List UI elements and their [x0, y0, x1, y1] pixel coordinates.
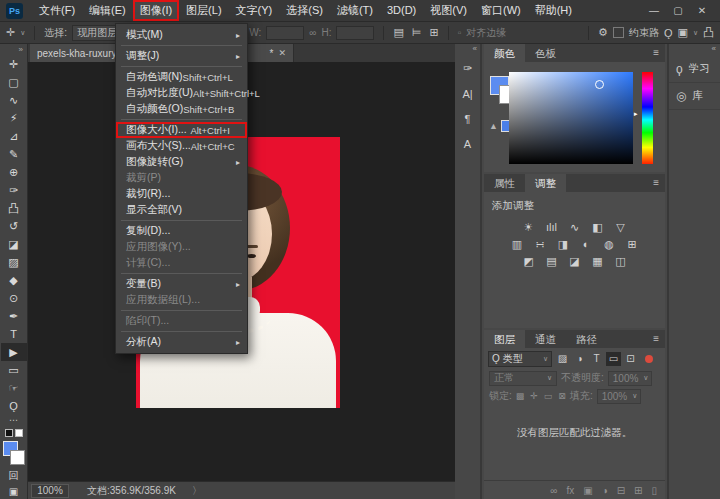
- adjustment-layer-icon[interactable]: ◑: [602, 485, 608, 496]
- hue-saturation-icon[interactable]: ▥: [509, 237, 525, 251]
- menu-item[interactable]: 自动对比度(U) Alt+Shift+Ctrl+L: [116, 85, 247, 101]
- search-icon[interactable]: Ǫ: [664, 27, 673, 39]
- screen-mode-button[interactable]: ▣: [1, 483, 27, 499]
- menu-file[interactable]: 文件(F): [32, 0, 82, 21]
- filter-smart-objects-icon[interactable]: ⊡: [623, 352, 638, 366]
- color-lookup-icon[interactable]: ⊞: [624, 237, 640, 251]
- menu-item[interactable]: 显示全部(V): [116, 202, 247, 218]
- menu-item[interactable]: 调整(J) ▸: [116, 48, 247, 64]
- pen-tool[interactable]: ✒: [1, 307, 27, 325]
- collapse-panels-icon[interactable]: «: [669, 44, 720, 56]
- tab-adjustments[interactable]: 调整: [525, 174, 566, 192]
- lock-artboard-icon[interactable]: ▭: [544, 391, 553, 401]
- menu-item[interactable]: 变量(B) ▸: [116, 276, 247, 292]
- default-colors-icon[interactable]: [5, 428, 23, 439]
- menu-item[interactable]: 画布大小(S)... Alt+Ctrl+C: [116, 138, 247, 154]
- menu-item[interactable]: 计算(C)...: [116, 255, 247, 271]
- menu-item[interactable]: 裁剪(P): [116, 170, 247, 186]
- zoom-level-field[interactable]: 100%: [31, 484, 69, 498]
- fill-dropdown[interactable]: 100% ∨: [597, 389, 641, 404]
- filter-active-indicator[interactable]: [645, 355, 653, 363]
- hue-slider[interactable]: [642, 72, 653, 164]
- menu-item[interactable]: [121, 45, 242, 46]
- filter-pixel-layers-icon[interactable]: ▨: [555, 352, 570, 366]
- zoom-tool[interactable]: Ǫ: [1, 397, 27, 415]
- menu-item[interactable]: 应用图像(Y)...: [116, 239, 247, 255]
- threshold-icon[interactable]: ◪: [567, 254, 583, 268]
- menu-3d[interactable]: 3D(D): [380, 0, 423, 21]
- clone-stamp-tool[interactable]: 凸: [1, 199, 27, 217]
- lock-all-icon[interactable]: ⊠: [558, 391, 566, 401]
- dodge-tool[interactable]: ⊙: [1, 289, 27, 307]
- tool-preset-caret-icon[interactable]: ∨: [20, 29, 25, 37]
- history-brush-tool[interactable]: ↺: [1, 217, 27, 235]
- layer-style-icon[interactable]: fx: [566, 485, 574, 496]
- menu-item[interactable]: 陷印(T)...: [116, 313, 247, 329]
- width-field[interactable]: [266, 26, 304, 40]
- menu-item[interactable]: [121, 66, 242, 67]
- menu-item[interactable]: [121, 331, 242, 332]
- menu-item[interactable]: [121, 273, 242, 274]
- brightness-contrast-icon[interactable]: ☀: [521, 220, 537, 234]
- menu-window[interactable]: 窗口(W): [474, 0, 528, 21]
- panel-menu-icon[interactable]: ≡: [647, 330, 665, 348]
- vibrance-icon[interactable]: ▽: [613, 220, 629, 234]
- maximize-button[interactable]: ▢: [666, 5, 690, 16]
- menu-item[interactable]: 模式(M) ▸: [116, 27, 247, 43]
- menu-item-image-size[interactable]: 图像大小(I)... Alt+Ctrl+I: [116, 122, 247, 138]
- levels-icon[interactable]: ılıl: [544, 220, 560, 234]
- blur-tool[interactable]: ◆: [1, 271, 27, 289]
- color-picker-circle[interactable]: [595, 80, 604, 89]
- menu-item[interactable]: 复制(D)...: [116, 223, 247, 239]
- share-icon[interactable]: 凸: [703, 25, 714, 40]
- path-selection-tool[interactable]: ▶: [1, 343, 27, 361]
- menu-type[interactable]: 文字(Y): [229, 0, 280, 21]
- delete-layer-icon[interactable]: ▯: [651, 485, 657, 496]
- brush-tool[interactable]: ✑: [1, 181, 27, 199]
- menu-layer[interactable]: 图层(L): [179, 0, 228, 21]
- menu-image[interactable]: 图像(I): [133, 0, 179, 21]
- distribute-icon[interactable]: ⊞: [429, 26, 438, 39]
- edit-toolbar-icon[interactable]: ⋯: [9, 415, 18, 428]
- brush-settings-panel-icon[interactable]: ✑: [455, 56, 480, 81]
- selective-color-icon[interactable]: ◫: [613, 254, 629, 268]
- gradient-map-icon[interactable]: ▦: [590, 254, 606, 268]
- eyedropper-tool[interactable]: ✎: [1, 145, 27, 163]
- menu-item[interactable]: 自动颜色(O) Shift+Ctrl+B: [116, 101, 247, 117]
- filter-type-layers-icon[interactable]: T: [589, 352, 604, 366]
- posterize-icon[interactable]: ▤: [544, 254, 560, 268]
- toolbar-expand-icon[interactable]: »: [19, 44, 27, 55]
- minimize-button[interactable]: —: [642, 5, 666, 16]
- menu-edit[interactable]: 编辑(E): [82, 0, 133, 21]
- move-tool[interactable]: ✛: [1, 55, 27, 73]
- align-center-icon[interactable]: ⊨: [412, 26, 422, 39]
- link-layers-icon[interactable]: ∞: [550, 485, 557, 496]
- tab-swatches[interactable]: 色板: [525, 44, 566, 62]
- menu-help[interactable]: 帮助(H): [528, 0, 579, 21]
- tab-properties[interactable]: 属性: [484, 174, 525, 192]
- marquee-tool[interactable]: ▢: [1, 73, 27, 91]
- constrain-checkbox[interactable]: [613, 27, 624, 38]
- new-group-icon[interactable]: ⊟: [617, 485, 625, 496]
- glyphs-panel-icon[interactable]: A: [455, 131, 480, 156]
- learn-panel-button[interactable]: ϙ 学习: [669, 56, 720, 83]
- panel-menu-icon[interactable]: ≡: [647, 174, 665, 192]
- collapse-panels-icon[interactable]: «: [455, 44, 480, 56]
- panel-menu-icon[interactable]: ≡: [647, 44, 665, 62]
- paragraph-panel-icon[interactable]: ¶: [455, 106, 480, 131]
- menu-item[interactable]: [121, 119, 242, 120]
- healing-brush-tool[interactable]: ⊕: [1, 163, 27, 181]
- menu-item[interactable]: [121, 310, 242, 311]
- black-white-icon[interactable]: ◨: [555, 237, 571, 251]
- menu-item[interactable]: [121, 220, 242, 221]
- gear-icon[interactable]: ⚙: [598, 26, 608, 39]
- menu-select[interactable]: 选择(S): [279, 0, 330, 21]
- tab-paths[interactable]: 路径: [566, 330, 607, 348]
- filter-type-dropdown[interactable]: Ǫ 类型 ∨: [488, 351, 552, 367]
- filter-adjustment-layers-icon[interactable]: ◑: [572, 352, 587, 366]
- gradient-tool[interactable]: ▨: [1, 253, 27, 271]
- menu-item[interactable]: 应用数据组(L)...: [116, 292, 247, 308]
- shape-tool[interactable]: ▭: [1, 361, 27, 379]
- blend-mode-dropdown[interactable]: 正常 ∨: [489, 371, 557, 386]
- workspace-icon[interactable]: ▣: [677, 26, 687, 39]
